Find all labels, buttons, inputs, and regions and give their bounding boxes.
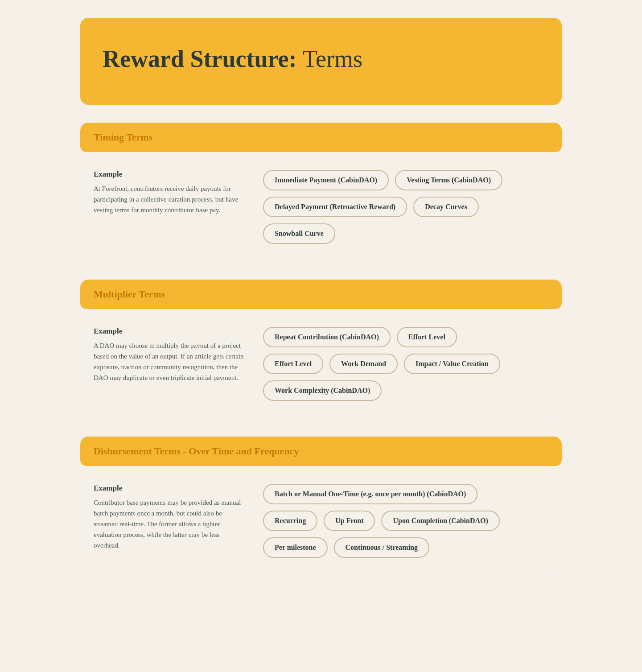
hero-card: Reward Structure: Terms [80,18,562,105]
tags-row-multiplier-1: Effort LevelWork DemandImpact / Value Cr… [263,354,548,374]
example-text-timing: At Forefront, contributors receive daily… [94,183,245,215]
tag-disbursement-1-2[interactable]: Upon Completion (CabinDAO) [381,511,499,531]
section-multiplier: Multiplier TermsExampleA DAO may choose … [80,280,562,419]
section-example-timing: ExampleAt Forefront, contributors receiv… [94,170,245,244]
tag-timing-0-0[interactable]: Immediate Payment (CabinDAO) [263,170,389,190]
section-header-multiplier: Multiplier Terms [80,280,562,309]
section-example-multiplier: ExampleA DAO may choose to multiply the … [94,327,245,401]
hero-title-bold: Reward Structure: [103,45,296,72]
section-body-timing: ExampleAt Forefront, contributors receiv… [80,152,562,262]
tag-disbursement-1-0[interactable]: Recurring [263,511,317,531]
tag-disbursement-2-1[interactable]: Continuous / Streaming [334,537,429,558]
tag-disbursement-1-1[interactable]: Up Front [324,511,375,531]
tag-timing-1-0[interactable]: Delayed Payment (Retroactive Reward) [263,197,407,217]
section-body-disbursement: ExampleContributor base payments may be … [80,466,562,576]
section-body-multiplier: ExampleA DAO may choose to multiply the … [80,309,562,419]
section-header-title-multiplier: Multiplier Terms [94,289,165,300]
example-text-disbursement: Contributor base payments may be provide… [94,497,245,551]
tag-timing-0-1[interactable]: Vesting Terms (CabinDAO) [395,170,502,190]
section-header-disbursement: Disbursement Terms - Over Time and Frequ… [80,437,562,466]
tag-multiplier-0-0[interactable]: Repeat Contribution (CabinDAO) [263,327,391,347]
sections-container: Timing TermsExampleAt Forefront, contrib… [80,123,562,576]
example-text-multiplier: A DAO may choose to multiply the payout … [94,340,245,383]
tag-multiplier-0-1[interactable]: Effort Level [397,327,457,347]
tags-row-timing-2: Snowball Curve [263,223,548,244]
hero-title: Reward Structure: Terms [103,45,539,74]
tags-row-disbursement-2: Per milestoneContinuous / Streaming [263,537,548,558]
section-example-disbursement: ExampleContributor base payments may be … [94,484,245,558]
tags-row-disbursement-0: Batch or Manual One-Time (e.g. once per … [263,484,548,504]
tags-area-multiplier: Repeat Contribution (CabinDAO)Effort Lev… [263,327,548,401]
example-label-timing: Example [94,170,245,179]
tags-row-timing-0: Immediate Payment (CabinDAO)Vesting Term… [263,170,548,190]
tags-area-disbursement: Batch or Manual One-Time (e.g. once per … [263,484,548,558]
tags-row-multiplier-2: Work Complexity (CabinDAO) [263,380,548,401]
section-header-title-disbursement: Disbursement Terms - Over Time and Frequ… [94,445,299,457]
tag-timing-2-0[interactable]: Snowball Curve [263,223,335,244]
tags-row-disbursement-1: RecurringUp FrontUpon Completion (CabinD… [263,511,548,531]
tag-disbursement-0-0[interactable]: Batch or Manual One-Time (e.g. once per … [263,484,477,504]
tags-row-timing-1: Delayed Payment (Retroactive Reward)Deca… [263,197,548,217]
hero-title-light: Terms [303,45,362,72]
tag-multiplier-1-1[interactable]: Work Demand [329,354,398,374]
tag-multiplier-1-0[interactable]: Effort Level [263,354,323,374]
section-disbursement: Disbursement Terms - Over Time and Frequ… [80,437,562,576]
section-header-title-timing: Timing Terms [94,132,152,143]
section-timing: Timing TermsExampleAt Forefront, contrib… [80,123,562,262]
example-label-multiplier: Example [94,327,245,336]
section-header-timing: Timing Terms [80,123,562,152]
tags-area-timing: Immediate Payment (CabinDAO)Vesting Term… [263,170,548,244]
tag-timing-1-1[interactable]: Decay Curves [413,197,479,217]
tags-row-multiplier-0: Repeat Contribution (CabinDAO)Effort Lev… [263,327,548,347]
tag-multiplier-1-2[interactable]: Impact / Value Creation [404,354,500,374]
tag-disbursement-2-0[interactable]: Per milestone [263,537,328,558]
tag-multiplier-2-0[interactable]: Work Complexity (CabinDAO) [263,380,382,401]
example-label-disbursement: Example [94,484,245,493]
